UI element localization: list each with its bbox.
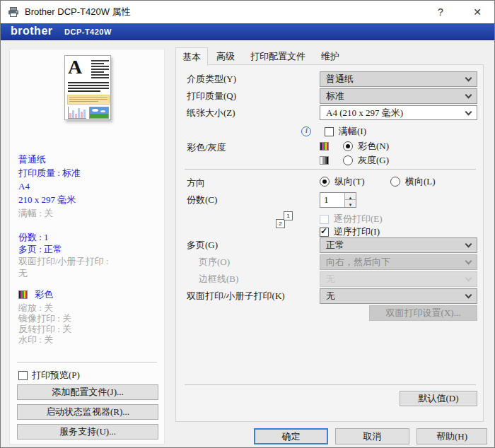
media-type-label: 介质类型(Y) — [187, 71, 236, 87]
duplex-label: 双面打印/小册子打印(K) — [187, 288, 285, 304]
preview-paragraph-lines — [68, 82, 109, 93]
preview-text-lines — [91, 60, 109, 80]
brother-logo: brother — [11, 25, 53, 37]
cancel-button[interactable]: 取消 — [335, 428, 409, 444]
borderless-row: 满幅(I) — [301, 125, 366, 138]
chevron-down-icon — [465, 108, 472, 115]
printer-icon — [8, 6, 19, 20]
print-preview-label: 打印预览(P) — [32, 369, 80, 382]
section-divider — [185, 169, 476, 170]
portrait-radio[interactable] — [320, 177, 330, 187]
multipage-value: 正常 — [326, 239, 344, 252]
tab-print-profiles[interactable]: 打印配置文件 — [243, 47, 313, 65]
window-close-button[interactable]: ✕ — [463, 1, 491, 23]
duplex-settings-button: 双面打印设置(X)... — [369, 305, 477, 321]
borderless-label: 满幅(I) — [339, 125, 366, 138]
preview-letter: A — [68, 56, 82, 78]
summary-paper-size: A4 — [18, 179, 160, 193]
media-type-select[interactable]: 普通纸 — [320, 71, 477, 87]
collate-front-page: 1 — [284, 211, 293, 220]
grayscale-radio[interactable] — [343, 155, 353, 165]
collate-pages-icon: 2 1 — [276, 211, 293, 228]
collate-label: 逐份打印(E) — [334, 213, 383, 225]
info-icon — [301, 126, 311, 136]
add-profile-button[interactable]: 添加配置文件(J)... — [17, 384, 158, 400]
copies-value[interactable]: 1 — [324, 194, 329, 206]
print-quality-label: 打印质量(Q) — [187, 88, 236, 104]
media-type-value: 普通纸 — [326, 73, 354, 86]
summary-multipage: 多页 : 正常 — [18, 243, 160, 255]
tab-advanced[interactable]: 高级 — [209, 47, 242, 65]
settings-summary-panel: A 普通纸 打印质量 : 标准 A4 210 x 297 毫米 满幅 : 关 份… — [9, 49, 165, 444]
color-stripes-icon — [18, 290, 28, 299]
print-quality-value: 标准 — [326, 90, 344, 102]
print-quality-select[interactable]: 标准 — [320, 88, 477, 104]
summary-copies: 份数 : 1 — [18, 231, 160, 243]
print-preview-checkbox[interactable] — [18, 371, 28, 380]
borderless-checkbox[interactable] — [325, 127, 334, 136]
stepper-down-icon[interactable] — [345, 200, 356, 207]
tab-maintenance[interactable]: 维护 — [314, 47, 346, 65]
summary-borderless: 满幅 : 关 — [18, 206, 160, 220]
ok-button[interactable]: 确定 — [254, 428, 328, 444]
help-button[interactable]: 帮助(H) — [417, 428, 487, 444]
stepper-up-icon[interactable] — [345, 193, 356, 200]
collate-row: 逐份打印(E) — [320, 213, 383, 225]
paper-size-label: 纸张大小(Z) — [187, 105, 235, 121]
landscape-radio[interactable] — [390, 177, 400, 187]
portrait-option-row: 纵向(T) — [320, 175, 365, 188]
stepper-buttons — [344, 193, 356, 207]
chevron-down-icon — [465, 258, 472, 265]
grayscale-stripes-icon — [320, 156, 329, 165]
color-radio[interactable] — [343, 141, 353, 151]
summary-duplex-value: 无 — [18, 267, 160, 279]
copies-stepper[interactable]: 1 — [320, 192, 356, 208]
paper-size-value: A4 (210 x 297 毫米) — [326, 107, 403, 119]
summary-paper-dimensions: 210 x 297 毫米 — [18, 193, 160, 206]
summary-duplex-label: 双面打印/小册子打印 : — [18, 255, 160, 267]
print-preview-row: 打印预览(P) — [18, 369, 80, 382]
portrait-radio-label: 纵向(T) — [334, 175, 365, 188]
border-line-select: 无 — [320, 271, 477, 287]
color-stripes-icon — [320, 142, 329, 151]
chevron-down-icon — [465, 92, 472, 99]
summary-color-mode: 彩色 — [35, 288, 53, 301]
tab-basic[interactable]: 基本 — [175, 47, 208, 66]
duplex-value: 无 — [326, 290, 335, 302]
copies-label: 份数(C) — [187, 192, 217, 208]
page-order-select: 向右，然后向下 — [320, 254, 477, 270]
collate-checkbox — [320, 215, 329, 224]
summary-mirror-print: 镜像打印 : 关 — [18, 313, 160, 324]
preview-photo — [89, 107, 109, 119]
defaults-button[interactable]: 默认值(D) — [400, 391, 477, 406]
preview-bar-chart — [68, 107, 86, 119]
start-status-monitor-button[interactable]: 启动状态监视器(R)... — [17, 404, 158, 420]
brand-banner: brother DCP-T420W — [1, 23, 494, 40]
multipage-label: 多页(G) — [187, 237, 218, 253]
summary-print-quality: 打印质量 : 标准 — [18, 166, 160, 179]
duplex-select[interactable]: 无 — [320, 288, 477, 304]
chevron-down-icon — [465, 241, 472, 248]
color-grayscale-label: 彩色/灰度 — [187, 140, 226, 155]
color-option-row: 彩色(N) — [320, 140, 389, 153]
title-bar: Brother DCP-T420W 属性 ? ✕ — [1, 1, 494, 23]
document-preview: A — [64, 55, 111, 120]
border-line-value: 无 — [326, 273, 335, 285]
chevron-down-icon — [465, 292, 472, 299]
border-line-label: 边框线(B) — [199, 271, 238, 287]
reverse-print-checkbox[interactable] — [320, 228, 329, 237]
window-help-button[interactable]: ? — [426, 1, 455, 23]
summary-scaling: 缩放 : 关 — [18, 302, 160, 313]
printer-model-label: DCP-T420W — [64, 28, 112, 36]
summary-reverse-print: 反转打印 : 关 — [18, 324, 160, 334]
page-order-label: 页序(O) — [199, 254, 230, 270]
tab-strip: 基本 高级 打印配置文件 维护 — [175, 49, 484, 65]
chevron-down-icon — [465, 75, 472, 82]
grayscale-option-row: 灰度(G) — [320, 154, 389, 167]
paper-size-combobox[interactable]: A4 (210 x 297 毫米) — [320, 105, 477, 120]
multipage-select[interactable]: 正常 — [320, 237, 477, 253]
basic-tab-page: 介质类型(Y) 普通纸 打印质量(Q) 标准 纸张大小(Z) A4 (210 x… — [175, 64, 484, 422]
support-button[interactable]: 服务支持(U)... — [17, 424, 158, 440]
orientation-label: 方向 — [187, 175, 205, 191]
preview-highlight-block — [67, 95, 110, 105]
